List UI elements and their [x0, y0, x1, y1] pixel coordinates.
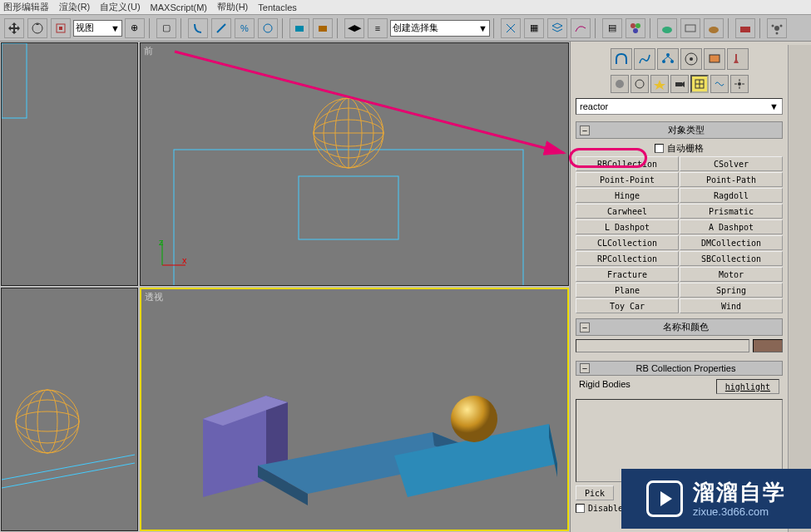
obj-btn-rpcollection[interactable]: RPCollection [576, 251, 679, 266]
obj-btn-motor[interactable]: Motor [680, 267, 783, 282]
scale-tool-icon[interactable] [51, 18, 71, 38]
obj-btn-plane[interactable]: Plane [576, 283, 679, 298]
menu-item[interactable]: Tentacles [258, 2, 296, 12]
obj-btn-hinge[interactable]: Hinge [576, 188, 679, 203]
menu-item[interactable]: 帮助(H) [217, 1, 248, 13]
geometry-cat-icon[interactable] [611, 75, 629, 93]
schematic-icon[interactable]: ▤ [602, 18, 622, 38]
curve-editor-icon[interactable] [571, 18, 591, 38]
object-name-field[interactable] [576, 339, 749, 352]
render-setup-icon[interactable] [657, 18, 677, 38]
display-tab-icon[interactable] [704, 48, 725, 70]
modify-tab-icon[interactable] [634, 48, 655, 70]
align-tool-icon[interactable]: ▦ [524, 18, 544, 38]
autogrid-checkbox[interactable] [655, 144, 664, 153]
rollout-rb-properties[interactable]: − RB Collection Properties [576, 361, 783, 376]
obj-btn-sbcollection[interactable]: SBCollection [680, 251, 783, 266]
create-tab-icon[interactable] [611, 48, 632, 70]
move-tool-icon[interactable] [4, 18, 24, 38]
motion-tab-icon[interactable] [680, 48, 702, 70]
autogrid-label: 自动栅格 [667, 142, 704, 155]
render-frame-icon[interactable] [680, 18, 700, 38]
svg-line-54 [664, 57, 668, 60]
menu-item[interactable]: 自定义(U) [100, 1, 140, 13]
obj-btn-adashpot[interactable]: A Dashpot [680, 219, 783, 234]
obj-btn-dmcollection[interactable]: DMCollection [680, 235, 783, 250]
panel-tabs [576, 48, 783, 70]
menu-item[interactable]: 图形编辑器 [3, 1, 49, 13]
rollout-name-color[interactable]: − 名称和颜色 [576, 318, 783, 336]
helpers-cat-icon[interactable] [690, 75, 709, 93]
obj-btn-spring[interactable]: Spring [680, 283, 783, 298]
snap-percent-icon[interactable]: % [235, 18, 255, 38]
obj-btn-prismatic[interactable]: Prismatic [680, 204, 783, 219]
obj-btn-clcollection[interactable]: CLCollection [576, 235, 679, 250]
watermark-title: 溜溜自学 [693, 480, 786, 505]
obj-btn-carwheel[interactable]: Carwheel [576, 204, 679, 219]
snap-icon[interactable] [188, 18, 208, 38]
pick-button[interactable]: Pick [576, 485, 614, 500]
coord-icon[interactable]: ⊕ [125, 18, 145, 38]
viewport-front[interactable]: 前 xz [140, 42, 569, 286]
viewport-perspective[interactable]: 透视 [140, 288, 569, 531]
svg-point-37 [37, 390, 57, 453]
category-dropdown[interactable]: reactor▼ [576, 98, 783, 115]
obj-btn-toycar[interactable]: Toy Car [576, 298, 679, 313]
menu-item[interactable]: MAXScript(M) [151, 2, 207, 12]
collapse-icon[interactable]: − [580, 126, 590, 135]
asset-icon[interactable] [735, 18, 755, 38]
svg-rect-11 [685, 25, 695, 32]
cameras-cat-icon[interactable] [670, 75, 689, 93]
viewport-left[interactable] [1, 288, 138, 531]
disabled-checkbox[interactable] [576, 504, 585, 513]
rotate-tool-icon[interactable] [27, 18, 47, 38]
svg-point-16 [779, 24, 782, 27]
collapse-icon[interactable]: − [580, 363, 590, 373]
object-type-grid: RBCollection CSolver Point-Point Point-P… [576, 156, 783, 313]
layers-icon[interactable] [547, 18, 567, 38]
select-icon[interactable]: ▢ [156, 18, 176, 38]
obj-btn-rbcollection[interactable]: RBCollection [576, 156, 679, 171]
quick-render-icon[interactable] [704, 18, 724, 38]
svg-rect-2 [59, 27, 62, 30]
material-icon[interactable] [626, 18, 645, 38]
shapes-cat-icon[interactable] [631, 75, 649, 93]
obj-btn-pointpoint[interactable]: Point-Point [576, 172, 679, 187]
hierarchy-tab-icon[interactable] [657, 48, 679, 70]
obj-btn-ldashpot[interactable]: L Dashpot [576, 219, 679, 234]
obj-btn-ragdoll[interactable]: Ragdoll [680, 188, 783, 203]
svg-point-57 [690, 57, 693, 61]
obj-btn-fracture[interactable]: Fracture [576, 267, 679, 282]
utilities-tab-icon[interactable] [727, 48, 749, 70]
viewport-top[interactable] [1, 42, 138, 286]
menu-bar: 图形编辑器 渲染(R) 自定义(U) MAXScript(M) 帮助(H) Te… [0, 0, 811, 15]
svg-rect-13 [740, 27, 750, 32]
menu-item[interactable]: 渲染(R) [59, 1, 90, 13]
snap-angle-icon[interactable] [211, 18, 231, 38]
mirror-icon[interactable]: ◀▶ [344, 18, 364, 38]
svg-marker-62 [682, 81, 685, 87]
create-category-row [576, 75, 783, 93]
systems-cat-icon[interactable] [730, 75, 749, 93]
named-sel-icon[interactable] [289, 18, 309, 38]
view-combo[interactable]: 视图▼ [73, 20, 122, 37]
highlight-button[interactable]: highlight [716, 379, 779, 394]
main-toolbar: 视图▼ ⊕ ▢ % ◀▶ ≡ 创建选择集▼ ▦ ▤ [0, 15, 811, 42]
named-sel-add-icon[interactable] [313, 18, 333, 38]
align-icon[interactable]: ≡ [368, 18, 388, 38]
snap-spinner-icon[interactable] [258, 18, 278, 38]
mirror-tool-icon[interactable] [501, 18, 521, 38]
svg-point-66 [738, 82, 741, 86]
obj-btn-wind[interactable]: Wind [680, 298, 783, 313]
panel-scrollbar[interactable] [788, 45, 811, 532]
lights-cat-icon[interactable] [650, 75, 669, 93]
reactor-icon[interactable] [767, 18, 787, 38]
spacewarps-cat-icon[interactable] [710, 75, 729, 93]
obj-btn-pointpath[interactable]: Point-Path [680, 172, 783, 187]
collapse-icon[interactable]: − [580, 323, 590, 332]
rollout-object-types[interactable]: − 对象类型 [576, 121, 783, 139]
selection-set-combo[interactable]: 创建选择集▼ [390, 20, 490, 37]
play-icon [646, 480, 683, 517]
obj-btn-csolver[interactable]: CSolver [680, 156, 783, 171]
object-color-swatch[interactable] [753, 339, 783, 352]
